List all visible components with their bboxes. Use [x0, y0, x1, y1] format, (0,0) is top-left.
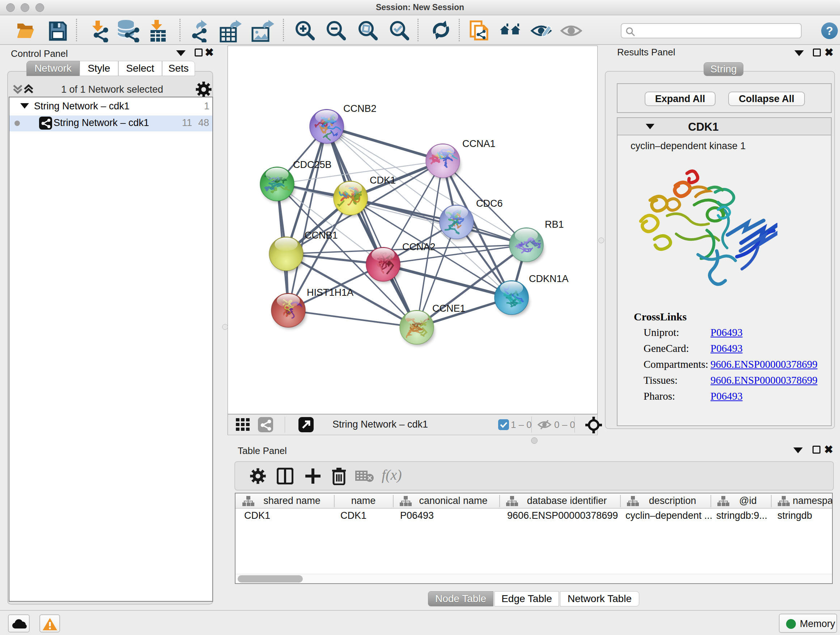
svg-text:CDKN1A: CDKN1A [529, 273, 569, 284]
svg-text:CCNB1: CCNB1 [305, 230, 338, 241]
svg-text:CCNA2: CCNA2 [402, 241, 436, 252]
svg-text:CDC6: CDC6 [476, 198, 503, 209]
svg-text:CDC25B: CDC25B [293, 159, 332, 170]
svg-text:CDK1: CDK1 [370, 175, 396, 186]
svg-text:CCNA1: CCNA1 [462, 138, 496, 149]
svg-text:HIST1H1A: HIST1H1A [307, 287, 354, 298]
svg-text:RB1: RB1 [545, 219, 564, 230]
svg-text:CCNB2: CCNB2 [343, 103, 377, 114]
svg-text:CCNE1: CCNE1 [432, 303, 466, 314]
